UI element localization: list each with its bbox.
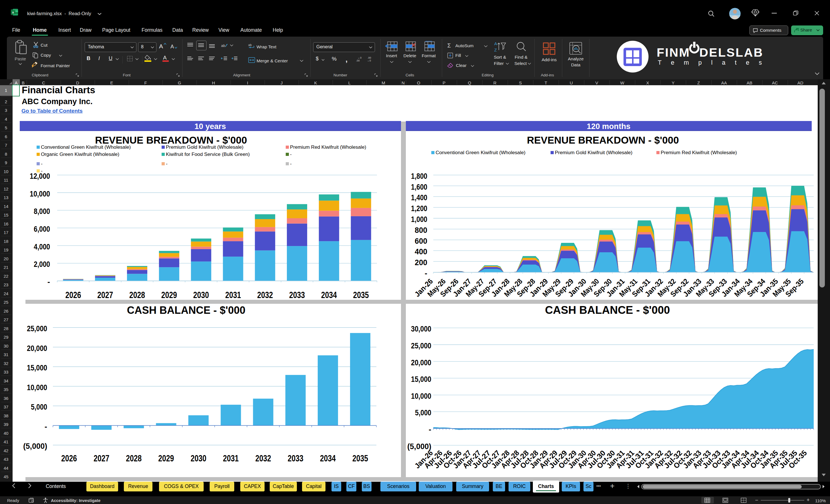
svg-text:15,000: 15,000 [27, 363, 47, 372]
svg-text:2,000: 2,000 [34, 260, 50, 269]
svg-text:5,000: 5,000 [415, 408, 431, 417]
svg-text:800: 800 [415, 226, 427, 234]
svg-text:400: 400 [415, 247, 427, 256]
svg-text:2032: 2032 [255, 453, 271, 463]
svg-text:1,600: 1,600 [411, 183, 427, 191]
svg-text:2035: 2035 [352, 453, 368, 463]
svg-text:2028: 2028 [129, 290, 145, 300]
svg-text:25,000: 25,000 [411, 341, 431, 350]
svg-text:-: - [425, 269, 427, 278]
svg-text:CASH BALANCE - $'000: CASH BALANCE - $'000 [127, 304, 246, 316]
svg-text:-: - [41, 161, 43, 166]
svg-text:10,000: 10,000 [27, 383, 47, 392]
svg-text:25,000: 25,000 [27, 324, 47, 333]
svg-text:-: - [290, 161, 292, 166]
svg-text:Conventional Green Kiwifruit (: Conventional Green Kiwifruit (Wholesale) [41, 144, 131, 150]
svg-text:2030: 2030 [193, 290, 209, 300]
svg-text:-: - [44, 422, 47, 431]
svg-text:-: - [47, 278, 50, 286]
svg-text:2035: 2035 [353, 290, 369, 300]
svg-text:4,000: 4,000 [34, 242, 50, 251]
svg-text:10,000: 10,000 [30, 189, 50, 198]
svg-text:(5,000): (5,000) [23, 442, 47, 450]
svg-text:12,000: 12,000 [30, 171, 50, 181]
svg-text:CASH BALANCE - $'000: CASH BALANCE - $'000 [545, 304, 670, 316]
svg-text:Premium Gold Kiwifruit (Wholes: Premium Gold Kiwifruit (Wholesale) [166, 144, 244, 150]
svg-text:30,000: 30,000 [411, 324, 431, 333]
svg-text:2028: 2028 [126, 453, 141, 463]
svg-text:2027: 2027 [97, 290, 113, 300]
svg-text:8,000: 8,000 [34, 207, 50, 216]
svg-text:2030: 2030 [190, 453, 206, 463]
svg-text:2032: 2032 [257, 290, 273, 300]
svg-text:1,800: 1,800 [411, 171, 427, 181]
svg-text:2026: 2026 [65, 290, 81, 300]
svg-text:-: - [290, 151, 292, 157]
svg-text:1,000: 1,000 [411, 215, 427, 224]
svg-text:Premium Gold Kiwifruit (Wholes: Premium Gold Kiwifruit (Wholesale) [555, 150, 632, 155]
svg-text:2034: 2034 [320, 453, 336, 463]
svg-text:2027: 2027 [94, 453, 109, 463]
svg-text:Organic Green Kiwifruit (Whole: Organic Green Kiwifruit (Wholesale) [41, 151, 119, 157]
svg-text:Premium Red Kiwifruit (Wholesa: Premium Red Kiwifruit (Wholesale) [290, 144, 366, 150]
svg-text:-: - [429, 425, 431, 434]
svg-text:2033: 2033 [289, 290, 305, 300]
svg-text:REVENUE BREAKDOWN - $'000: REVENUE BREAKDOWN - $'000 [527, 134, 679, 146]
svg-text:20,000: 20,000 [27, 344, 47, 353]
svg-text:1,400: 1,400 [411, 193, 427, 202]
svg-text:2029: 2029 [161, 290, 177, 300]
svg-text:-: - [166, 161, 168, 166]
svg-text:2026: 2026 [61, 453, 77, 463]
svg-text:1,200: 1,200 [411, 204, 427, 213]
svg-text:2031: 2031 [225, 290, 241, 300]
svg-text:2031: 2031 [223, 453, 239, 463]
svg-text:Kiwifruit for Food Service (Bu: Kiwifruit for Food Service (Bulk Green) [166, 151, 250, 157]
svg-text:200: 200 [415, 258, 427, 267]
svg-text:2034: 2034 [321, 290, 337, 300]
svg-text:20,000: 20,000 [411, 358, 431, 367]
svg-text:6,000: 6,000 [34, 224, 50, 233]
svg-text:15,000: 15,000 [411, 375, 431, 384]
svg-text:600: 600 [415, 237, 427, 245]
svg-text:Conventional Green Kiwifruit (: Conventional Green Kiwifruit (Wholesale) [436, 150, 525, 155]
svg-text:2029: 2029 [158, 453, 174, 463]
svg-text:10,000: 10,000 [411, 391, 431, 401]
svg-text:5,000: 5,000 [31, 403, 47, 411]
svg-text:Premium Red Kiwifruit (Wholesa: Premium Red Kiwifruit (Wholesale) [661, 150, 737, 155]
svg-text:2033: 2033 [288, 453, 304, 463]
